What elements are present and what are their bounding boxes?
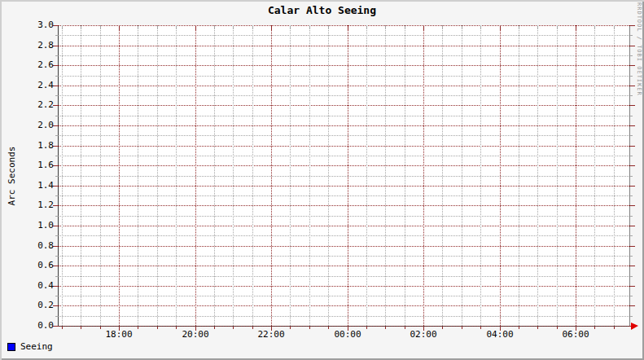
x-major-gridline xyxy=(423,25,424,326)
x-minor-tick-top xyxy=(81,26,81,29)
y-minor-gridline xyxy=(59,55,629,56)
x-minor-tick-bottom xyxy=(138,327,138,329)
x-minor-gridline xyxy=(614,25,615,326)
legend-swatch-seeing xyxy=(7,343,15,351)
x-minor-gridline xyxy=(252,25,253,326)
x-major-gridline xyxy=(576,25,576,326)
y-major-gridline xyxy=(59,165,629,166)
x-minor-tick-top xyxy=(62,26,63,29)
y-major-gridline xyxy=(59,105,629,106)
y-major-tick-right xyxy=(629,165,635,166)
y-major-tick-left xyxy=(53,305,59,306)
y-minor-tick-right xyxy=(629,76,633,77)
y-minor-tick-right xyxy=(629,256,633,257)
y-minor-tick-right xyxy=(629,55,633,56)
y-minor-tick-left xyxy=(55,256,59,257)
y-minor-gridline xyxy=(59,35,629,36)
y-major-tick-right xyxy=(629,86,635,86)
y-tick-label: 0.8 xyxy=(23,241,54,251)
y-major-tick-left xyxy=(53,246,59,247)
y-major-gridline xyxy=(59,46,629,46)
x-minor-tick-top xyxy=(100,26,101,29)
y-minor-gridline xyxy=(59,135,629,136)
x-minor-gridline xyxy=(519,25,519,326)
x-minor-tick-top xyxy=(252,26,253,29)
y-minor-tick-left xyxy=(55,195,59,196)
y-major-gridline xyxy=(59,286,629,287)
x-minor-gridline xyxy=(480,25,481,326)
x-minor-tick-bottom xyxy=(614,327,615,329)
x-tick-label: 22:00 xyxy=(250,330,292,340)
y-major-gridline xyxy=(59,266,629,266)
x-minor-gridline xyxy=(233,25,234,326)
x-minor-tick-bottom xyxy=(176,327,177,329)
y-major-tick-right xyxy=(629,205,635,206)
x-minor-gridline xyxy=(462,25,462,326)
y-minor-gridline xyxy=(59,116,629,116)
y-minor-tick-right xyxy=(629,296,633,296)
y-minor-gridline xyxy=(59,76,629,77)
y-major-tick-left xyxy=(53,46,59,46)
x-tick-label: 00:00 xyxy=(326,330,369,340)
y-major-gridline xyxy=(59,86,629,86)
x-minor-gridline xyxy=(81,25,81,326)
x-minor-tick-top xyxy=(405,26,405,29)
x-minor-gridline xyxy=(138,25,138,326)
x-minor-tick-top xyxy=(557,26,558,29)
y-major-tick-left xyxy=(53,65,59,66)
x-minor-tick-bottom xyxy=(519,327,519,329)
x-minor-tick-top xyxy=(537,26,538,29)
x-minor-tick-top xyxy=(214,26,215,29)
x-minor-tick-top xyxy=(176,26,177,29)
y-minor-tick-left xyxy=(55,116,59,116)
y-tick-label: 1.4 xyxy=(23,181,54,191)
x-minor-tick-top xyxy=(157,26,158,29)
x-major-tick-top xyxy=(195,26,196,30)
x-minor-tick-bottom xyxy=(252,327,253,329)
y-minor-tick-right xyxy=(629,276,633,277)
x-minor-gridline xyxy=(309,25,310,326)
x-minor-tick-bottom xyxy=(385,327,386,329)
y-major-tick-right xyxy=(629,305,635,306)
x-minor-tick-top xyxy=(138,26,138,29)
x-minor-tick-bottom xyxy=(405,327,405,329)
y-major-gridline xyxy=(59,326,629,327)
x-minor-tick-bottom xyxy=(557,327,558,329)
x-minor-tick-top xyxy=(519,26,519,29)
y-minor-tick-left xyxy=(55,55,59,56)
y-major-gridline xyxy=(59,226,629,226)
y-tick-label: 2.4 xyxy=(23,81,54,90)
y-major-tick-right xyxy=(629,266,635,266)
y-major-tick-right xyxy=(629,25,635,26)
x-minor-tick-bottom xyxy=(157,327,158,329)
x-minor-gridline xyxy=(405,25,405,326)
x-tick-label: 20:00 xyxy=(174,330,217,340)
y-major-tick-right xyxy=(629,105,635,106)
y-major-tick-right xyxy=(629,186,635,187)
rrd-graph: Calar Alto Seeing Arc Seconds 0.00.20.40… xyxy=(0,0,644,360)
x-minor-tick-bottom xyxy=(81,327,81,329)
y-major-gridline xyxy=(59,186,629,187)
x-minor-tick-bottom xyxy=(480,327,481,329)
y-tick-label: 0.6 xyxy=(23,261,54,270)
y-minor-tick-left xyxy=(55,316,59,317)
x-minor-tick-bottom xyxy=(309,327,310,329)
x-minor-gridline xyxy=(100,25,101,326)
x-major-gridline xyxy=(348,25,348,326)
x-tick-label: 04:00 xyxy=(479,330,521,340)
x-minor-tick-top xyxy=(233,26,234,29)
y-major-tick-right xyxy=(629,286,635,287)
y-major-tick-left xyxy=(53,165,59,166)
x-minor-gridline xyxy=(290,25,291,326)
y-minor-tick-left xyxy=(55,35,59,36)
x-minor-tick-top xyxy=(442,26,443,29)
y-minor-tick-right xyxy=(629,195,633,196)
y-major-tick-left xyxy=(53,86,59,86)
y-tick-label: 2.2 xyxy=(23,100,54,110)
x-minor-tick-top xyxy=(462,26,462,29)
y-minor-tick-right xyxy=(629,156,633,156)
x-minor-gridline xyxy=(62,25,63,326)
x-minor-tick-bottom xyxy=(537,327,538,329)
y-tick-label: 0.0 xyxy=(23,321,54,331)
x-major-gridline xyxy=(195,25,196,326)
